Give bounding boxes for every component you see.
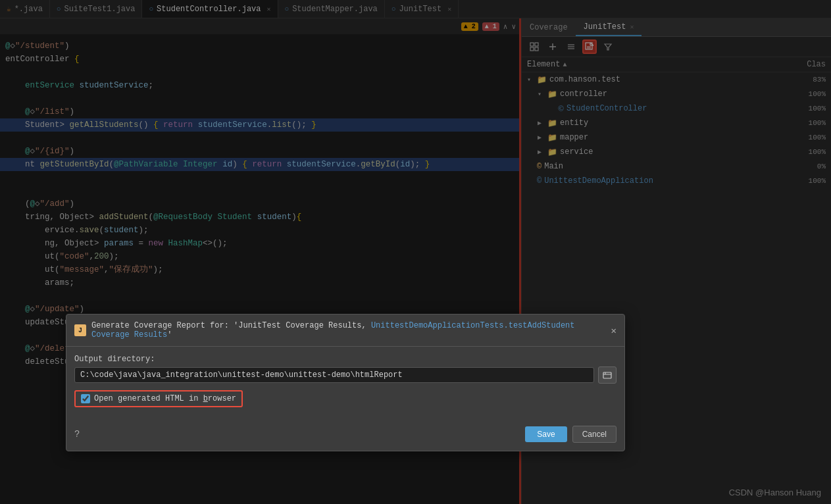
open-html-checkbox[interactable] xyxy=(81,394,90,403)
cancel-button[interactable]: Cancel xyxy=(572,426,617,443)
open-html-label: Open generated HTML in browser xyxy=(94,394,236,403)
dialog-icon: J xyxy=(74,324,86,336)
generate-coverage-dialog: J Generate Coverage Report for: 'JunitTe… xyxy=(66,314,625,451)
save-button[interactable]: Save xyxy=(525,426,567,442)
watermark: CSDN @Hanson Huang xyxy=(729,488,821,497)
dialog-actions: ? Save Cancel xyxy=(74,423,617,443)
dialog-title-link: UnittestDemoApplicationTests.testAddStud… xyxy=(91,321,575,340)
dialog-overlay: J Generate Coverage Report for: 'JunitTe… xyxy=(0,0,831,504)
browse-btn[interactable] xyxy=(598,366,617,384)
dialog-header: J Generate Coverage Report for: 'JunitTe… xyxy=(66,315,624,347)
dialog-close-btn[interactable]: ✕ xyxy=(611,325,617,336)
help-icon[interactable]: ? xyxy=(74,429,80,440)
svg-rect-14 xyxy=(603,372,611,378)
output-dir-row xyxy=(74,366,617,384)
dialog-title: Generate Coverage Report for: 'JunitTest… xyxy=(91,321,606,340)
open-html-checkbox-row: Open generated HTML in browser xyxy=(74,390,243,407)
dialog-body: Output directory: Open generated HTML in… xyxy=(66,347,624,451)
output-dir-input[interactable] xyxy=(74,367,594,383)
output-dir-label: Output directory: xyxy=(74,355,617,364)
